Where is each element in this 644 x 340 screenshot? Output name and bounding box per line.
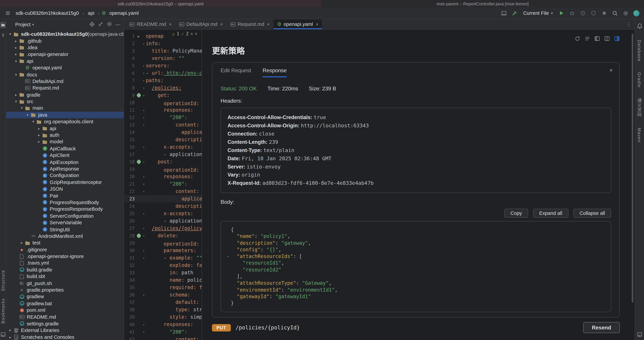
tree-item-src[interactable]: ▾src (6, 98, 124, 105)
code-line-37[interactable]: 37 default: " (124, 299, 202, 306)
structure-tool-window-button[interactable]: Structure (0, 270, 5, 291)
code-line-11[interactable]: 11▾ responses: (124, 106, 202, 114)
tree-item-GzipRequestInterceptor[interactable]: CGzipRequestInterceptor (6, 179, 124, 186)
tree-item-sdk-cu08326m1hkokaut15g0[interactable]: ▾sdk-cu08326m1hkokaut15g0 [openapi-java-… (6, 31, 124, 38)
tree-item-test[interactable]: ▸test (6, 240, 124, 246)
fold-marker-icon[interactable]: ▾ (142, 182, 146, 186)
editor-tab-README.md[interactable]: README.md× (126, 19, 175, 29)
code-line-10[interactable]: 10 operationId: 获 (124, 99, 202, 106)
tree-chevron-down-icon[interactable]: ▾ (14, 72, 18, 76)
tree-chevron-right-icon[interactable]: ▸ (36, 126, 42, 130)
fold-marker-icon[interactable]: ▾ (142, 94, 146, 97)
tree-item-ProgressRequestBody[interactable]: CProgressRequestBody (6, 199, 124, 206)
coverage-button[interactable] (589, 8, 598, 18)
close-tab-icon[interactable]: × (316, 22, 318, 27)
tree-item-ApiException[interactable]: CApiException (6, 159, 124, 166)
tree-chevron-down-icon[interactable]: ▾ (14, 59, 18, 63)
code-line-7[interactable]: 7▾paths: (124, 77, 202, 84)
locate-file-icon[interactable] (89, 21, 95, 28)
tree-item-Configuration[interactable]: CConfiguration (6, 172, 124, 179)
code-line-25[interactable]: 25▾ x-accepts: (124, 210, 202, 217)
copy-button[interactable]: Copy (504, 209, 528, 218)
preview-scrollbar[interactable] (632, 34, 634, 303)
fold-marker-icon[interactable]: ▾ (142, 42, 146, 45)
code-line-23[interactable]: 23 applicat (124, 195, 202, 202)
tree-item-.openapi-generator-ignore[interactable]: .openapi-generator-ignore (6, 253, 124, 260)
preview-only-view-icon[interactable] (614, 36, 620, 42)
code-line-18[interactable]: 18▾ post: (124, 158, 202, 166)
code-line-32[interactable]: 32 explode: fal (124, 262, 202, 269)
tree-chevron-right-icon[interactable]: ▸ (19, 241, 24, 245)
commit-tool-window-button[interactable] (0, 32, 6, 38)
fold-marker-icon[interactable]: ▾ (142, 330, 146, 334)
fold-marker-icon[interactable]: ▾ (142, 293, 146, 297)
tree-item-AndroidManifest.xml[interactable]: </>AndroidManifest.xml (6, 233, 124, 240)
code-line-27[interactable]: 27▾ /policies/{policyI (124, 225, 202, 232)
code-line-21[interactable]: 21▾ "200": (124, 180, 202, 188)
close-tab-icon[interactable]: × (267, 22, 270, 27)
tree-item-gradlew.bat[interactable]: gradlew.bat (6, 300, 124, 307)
code-line-40[interactable]: 40▾ responses: (124, 321, 202, 328)
fold-collapse-icon[interactable]: - (225, 253, 231, 260)
close-icon[interactable]: × (610, 67, 613, 73)
code-line-5[interactable]: 5▾servers: (124, 62, 202, 70)
build-hammer-icon[interactable] (510, 8, 519, 18)
resend-button[interactable]: Resend (583, 322, 620, 333)
code-line-22[interactable]: 22▾ content: (124, 188, 202, 195)
tree-item-.gitignore[interactable]: ◆.gitignore (6, 246, 124, 253)
tree-item-org.openapitools.client[interactable]: ▾org.openapitools.client (6, 118, 124, 125)
fold-marker-icon[interactable]: ▾ (142, 64, 146, 68)
code-line-35[interactable]: 35 required: fa (124, 284, 202, 291)
fold-marker-icon[interactable]: ▾ (142, 249, 146, 252)
tree-item-.idea[interactable]: ▸.idea (6, 44, 124, 51)
code-line-24[interactable]: 24 descriptio (124, 202, 202, 210)
fold-marker-icon[interactable]: ▾ (142, 226, 146, 230)
tree-item-Request.md[interactable]: Request.md (6, 85, 124, 92)
main-menu-icon[interactable] (3, 8, 12, 18)
breadcrumb-file[interactable]: openapi.yaml (108, 10, 140, 17)
maven-tool-window-button[interactable]: Maven (637, 128, 642, 143)
code-line-36[interactable]: 36▾ schema: (124, 291, 202, 299)
tree-chevron-right-icon[interactable]: ▸ (36, 140, 42, 144)
run-gutter-icon[interactable]: ▶ (136, 34, 142, 38)
tool-window-layout-icon[interactable] (636, 331, 642, 338)
response-card-tab-response[interactable]: Response (263, 67, 287, 77)
fold-marker-icon[interactable]: ▾ (142, 212, 146, 216)
code-line-16[interactable]: 16▾ x-accepts: (124, 143, 202, 151)
tree-item-ServerVariable[interactable]: CServerVariable (6, 220, 124, 226)
project-tool-window-button[interactable] (0, 22, 6, 28)
tree-item-auth[interactable]: ▸auth (6, 132, 124, 138)
tree-item-StringUtil[interactable]: CStringUtil (6, 226, 124, 233)
fold-marker-icon[interactable]: ▾ (142, 116, 146, 119)
editor-tab-DefaultApi.md[interactable]: DefaultApi.md× (175, 19, 226, 29)
code-line-13[interactable]: 13▾ content: (124, 121, 202, 128)
open-in-http-client-icon[interactable] (136, 93, 142, 98)
code-line-39[interactable]: 39 style: simpl (124, 314, 202, 321)
code-line-33[interactable]: 33 in: path (124, 269, 202, 276)
expand-all-button[interactable]: Expand all (533, 209, 568, 218)
code-line-26[interactable]: 26 - application/ (124, 217, 202, 225)
code-line-6[interactable]: 6▾- url: http://env-ct (124, 70, 202, 77)
tree-item-build.sbt[interactable]: build.sbt (6, 273, 124, 280)
code-line-34[interactable]: 34 name: policy (124, 276, 202, 284)
tree-item-Pair[interactable]: CPair (6, 192, 124, 199)
tree-chevron-right-icon[interactable]: ▸ (8, 328, 12, 332)
code-line-15[interactable]: 15 descriptio (124, 136, 202, 143)
list-icon[interactable] (584, 36, 590, 42)
tree-item-ProgressResponseBody[interactable]: CProgressResponseBody (6, 206, 124, 212)
refresh-icon[interactable] (575, 36, 580, 42)
fold-marker-icon[interactable]: ▾ (142, 108, 146, 112)
tree-item-pom.xml[interactable]: mpom.xml (6, 307, 124, 314)
tree-item-settings.gradle[interactable]: settings.gradle (6, 320, 124, 327)
code-line-20[interactable]: 20▾ responses: (124, 173, 202, 180)
hide-panel-icon[interactable]: — (116, 22, 120, 28)
stop-button[interactable] (600, 8, 609, 18)
tree-item-java[interactable]: ▾java (6, 112, 124, 118)
tree-item-README.md[interactable]: README.md (6, 314, 124, 320)
code-line-38[interactable]: 38 type: stri (124, 306, 202, 314)
tree-item-.travis.yml[interactable]: .travis.yml (6, 260, 124, 266)
prev-problem-icon[interactable]: ∧ (191, 32, 193, 36)
tree-item-DefaultApi.md[interactable]: DefaultApi.md (6, 78, 124, 85)
close-tab-icon[interactable]: × (220, 22, 223, 27)
code-line-17[interactable]: 17 - application/ (124, 151, 202, 158)
